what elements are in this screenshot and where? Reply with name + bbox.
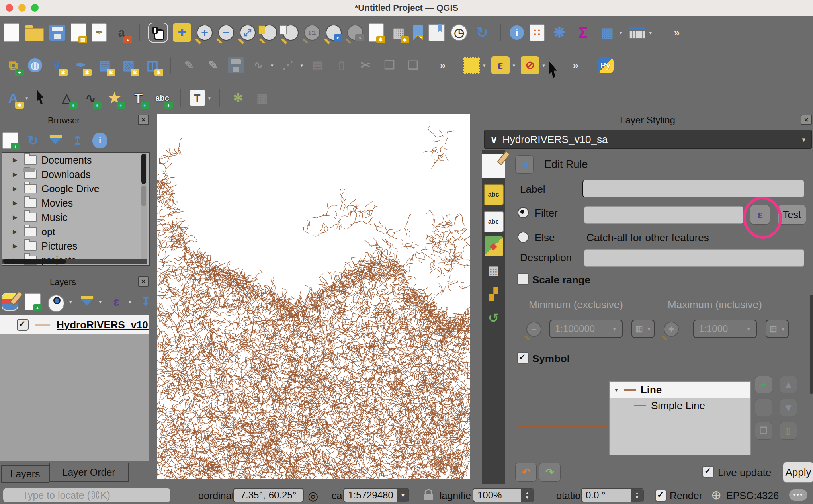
layout-manager-button[interactable]: ▥ [71,23,86,42]
expand-arrow-icon[interactable]: ▶ [13,228,19,235]
scale-range-checkbox[interactable] [517,273,529,285]
dropdown-caret-icon[interactable]: ▾ [649,30,652,36]
browser-item-documents[interactable]: ▶ Documents [2,153,149,167]
maximize-window-button[interactable] [31,4,39,12]
delete-selected-button[interactable]: ▯ [332,56,351,74]
dropdown-caret-icon[interactable]: ▾ [25,95,28,101]
add-mesh-layer-button[interactable]: ▤✱ [96,56,114,74]
lock-color-button[interactable]: ▯ [780,422,797,440]
magnifier-spinbox[interactable]: 100%▲▼ [473,488,534,502]
data-source-manager-button[interactable]: ⧉+ [4,56,22,74]
live-update-checkbox[interactable] [702,466,714,478]
map-themes-button[interactable] [48,295,64,312]
zoom-last-button[interactable]: < [326,25,342,41]
browser-item-pictures[interactable]: ▶ Pictures [2,239,149,253]
styling-scrollbar[interactable] [810,295,813,394]
paste-features-button[interactable]: ❏ [404,56,422,74]
remove-symbol-layer-button[interactable]: − [755,399,772,416]
symbol-checkbox[interactable] [517,352,529,364]
masks-tab[interactable]: abc [484,211,504,232]
layer-visibility-checkbox[interactable] [17,319,29,331]
messages-icon[interactable]: ••• [789,489,807,501]
test-button[interactable]: Test [778,205,806,225]
back-button[interactable]: ◀ [515,155,534,174]
dropdown-caret-icon[interactable]: ▾ [483,63,486,68]
zoom-to-selection-button[interactable] [261,25,277,41]
browser-close-icon[interactable]: ✕ [138,115,149,125]
pan-map-button[interactable] [149,23,167,42]
cut-features-button[interactable]: ✂ [356,56,375,74]
dropdown-caret-icon[interactable]: ▾ [620,30,622,36]
filter-legend-button[interactable] [79,294,94,310]
expand-arrow-icon[interactable]: ▶ [13,156,19,164]
line-annotation-button[interactable]: ∿+ [82,89,100,107]
zoom-native-button[interactable]: 1:1 [304,25,320,41]
new-project-button[interactable] [4,23,19,42]
python-console-button[interactable]: Py [598,57,614,73]
add-web-layer-button[interactable]: ◍ [28,58,42,72]
dropdown-caret-icon[interactable]: ▾ [271,63,274,68]
styling-close-icon[interactable]: ✕ [801,115,812,125]
map-canvas[interactable] [157,114,470,479]
select-features-button[interactable] [463,57,480,74]
browser-add-layer-button[interactable]: + [2,132,18,149]
move-down-button[interactable]: ▼ [780,399,797,416]
diagrams-tab[interactable]: ▦ [485,260,503,280]
browser-refresh-button[interactable]: ↻ [25,133,41,148]
min-scale-combobox[interactable]: 1:100000▼ [549,320,623,338]
project-properties-button[interactable]: ✒ [92,23,107,42]
balloon-annotation-button[interactable]: T [190,90,205,106]
dropdown-caret-icon[interactable]: ▾ [69,299,72,305]
processing-toolbox-button[interactable]: ❋ [550,23,569,42]
browser-item-opt[interactable]: ▶ opt [2,225,149,239]
add-group-button[interactable]: + [25,293,41,310]
expand-arrow-icon[interactable]: ▶ [13,199,19,207]
dropdown-caret-icon[interactable]: ▾ [208,95,211,101]
modify-attributes-button[interactable]: ▤ [309,56,327,74]
render-checkbox[interactable] [655,490,667,502]
show-spatial-bookmarks-button[interactable] [428,24,445,41]
save-project-button[interactable] [49,25,65,41]
identify-features-button[interactable]: i [510,25,524,40]
expand-arrow-icon[interactable]: ▶ [13,171,19,178]
digitize-button[interactable]: ∿ [249,56,268,74]
duplicate-symbol-layer-button[interactable]: ❐ [755,422,772,440]
select-by-expression-button[interactable]: ε [491,56,510,74]
vertex-tool-button[interactable]: ⋰ [279,56,297,74]
symbol-tree-row-line[interactable]: ▼ Line [610,382,750,398]
save-edits-button[interactable] [228,57,244,73]
min-extent-picker-button[interactable]: ▦▼ [631,320,655,338]
add-delimited-text-button[interactable]: ✒✱ [72,56,90,74]
add-vector-layer-button[interactable]: ∨✱ [48,56,66,74]
scale-combobox[interactable]: 1:5729480▼ [343,488,409,502]
toggle-editing-button[interactable]: ✎ [204,56,222,74]
apply-button[interactable]: Apply [783,462,813,483]
symbol-tree-row-simple-line[interactable]: Simple Line [610,398,750,414]
chevron-down-icon[interactable]: ▼ [397,489,408,502]
new-3d-map-view-button[interactable]: ▦✱ [389,23,408,42]
current-edits-button[interactable]: ✎ [180,56,198,74]
filter-expression-button[interactable]: ε [109,294,124,310]
temporal-controller-button[interactable]: ◷ [451,24,467,41]
scrollbar-thumb[interactable] [141,154,146,184]
layer-row[interactable]: HydroRIVERS_v10_ [0,315,149,334]
expand-arrow-icon[interactable]: ▶ [13,242,19,250]
tab-layers[interactable]: Layers [1,465,49,483]
browser-item-downloads[interactable]: ▶ Downloads [2,167,149,182]
open-project-button[interactable] [25,28,44,41]
zoom-out-button[interactable]: − [218,25,234,41]
minimize-window-button[interactable] [18,4,26,12]
elevation-tab[interactable]: ▞ [485,284,503,304]
locate-input[interactable] [3,488,170,502]
toolbar-overflow-button[interactable]: » [668,23,686,42]
filter-radio[interactable] [518,207,529,218]
decorations-button[interactable]: ▦ [253,89,271,107]
max-scale-combobox[interactable]: 1:1000▼ [693,320,757,338]
coordinate-box[interactable]: 7.35°,-60.25° [233,488,304,502]
polygon-annotation-button[interactable]: △+ [58,89,76,107]
browser-horizontal-scrollbar[interactable] [2,259,147,264]
extent-toggle-icon[interactable]: ◎ [308,489,318,503]
view-3d-tab[interactable]: ◆ [485,236,503,256]
max-extent-picker-button[interactable]: ▦▼ [766,320,789,338]
zoom-to-layer-button[interactable] [283,25,299,41]
